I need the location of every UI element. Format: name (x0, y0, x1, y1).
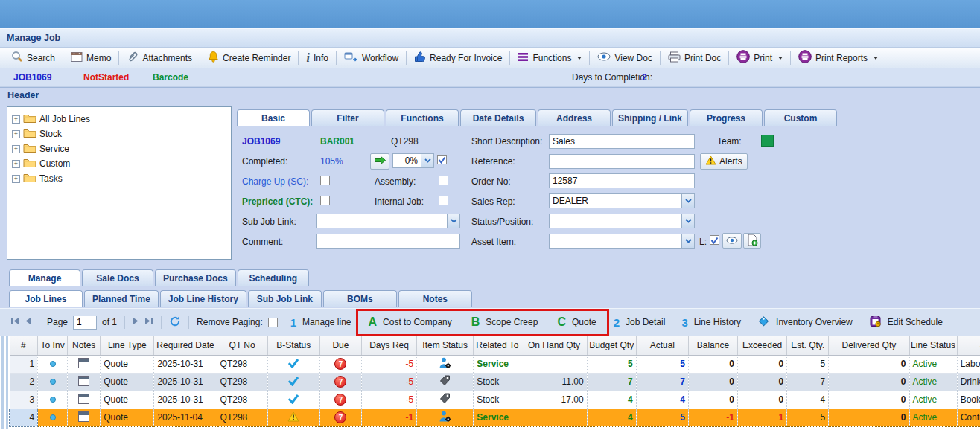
charge-up-checkbox[interactable] (320, 176, 330, 185)
chevron-down-icon[interactable] (421, 154, 433, 167)
col-header-delivered-qty[interactable]: Delivered Qty (829, 336, 909, 355)
tree-item-tasks[interactable]: + Tasks (10, 171, 228, 186)
col-header-days-req[interactable]: Days Req (361, 336, 416, 355)
print-reports-button[interactable]: Print Reports (793, 49, 883, 67)
scope-creep-button[interactable]: B Scope Creep (471, 316, 538, 329)
col-header-balance[interactable]: Balance (688, 336, 737, 355)
col-header-line-type[interactable]: Line Type (101, 336, 154, 355)
tab-date-details[interactable]: Date Details (460, 109, 536, 126)
manage-line-button[interactable]: 1 Manage line (290, 316, 351, 329)
cost-to-company-button[interactable]: A Cost to Company (369, 316, 452, 329)
expand-icon[interactable]: + (12, 145, 20, 153)
col-header-exceeded[interactable]: Exceeded (738, 336, 787, 355)
attachments-button[interactable]: Attachments (121, 49, 197, 67)
progress-percent-select[interactable]: 0% (392, 153, 434, 168)
workflow-button[interactable]: Workflow (339, 49, 404, 67)
create-reminder-button[interactable]: Create Reminder (203, 49, 296, 67)
last-page-button[interactable] (144, 317, 153, 327)
notes-icon[interactable] (78, 411, 89, 422)
tab-filter[interactable]: Filter (311, 109, 384, 126)
tab-sale-docs[interactable]: Sale Docs (82, 269, 153, 286)
col-header-related-to[interactable]: Related To (474, 336, 521, 355)
tab-scheduling[interactable]: Scheduling (238, 269, 309, 286)
tab-shipping-link[interactable]: Shipping / Link (612, 109, 688, 126)
tab-custom[interactable]: Custom (764, 109, 837, 126)
tab-manage[interactable]: Manage (9, 269, 80, 286)
expand-icon[interactable]: + (12, 175, 20, 183)
tab-notes[interactable]: Notes (398, 290, 472, 307)
col-header-b-status[interactable]: B-Status (267, 336, 319, 355)
to-inv-icon[interactable] (50, 379, 56, 385)
next-page-button[interactable] (133, 317, 139, 327)
to-inv-icon[interactable] (50, 414, 56, 420)
tab-job-lines[interactable]: Job Lines (9, 290, 83, 307)
edit-schedule-button[interactable]: Edit Schedule (869, 315, 943, 330)
tab-basic[interactable]: Basic (237, 109, 310, 126)
col-header-to-inv[interactable]: To Inv (38, 336, 68, 355)
tree-item-custom[interactable]: + Custom (10, 156, 228, 171)
tab-boms[interactable]: BOMs (323, 290, 397, 307)
alerts-button[interactable]: Alerts (700, 153, 748, 170)
table-row[interactable]: 2 Quote 2025-10-31 QT298 7 -5 Stock 11.0… (10, 373, 980, 391)
col-header-item-status[interactable]: Item Status (417, 336, 474, 355)
add-document-button[interactable] (743, 233, 761, 249)
apply-progress-button[interactable] (370, 153, 389, 170)
col-header-actual[interactable]: Actual (636, 336, 688, 355)
assembly-checkbox[interactable] (439, 176, 448, 185)
tab-job-line-history[interactable]: Job Line History (160, 290, 246, 307)
view-doc-button[interactable]: View Doc (592, 49, 657, 67)
col-header-est-qty[interactable]: Est. Qty. (787, 336, 829, 355)
refresh-icon[interactable] (169, 316, 181, 330)
tree-item-service[interactable]: + Service (10, 141, 228, 156)
tree-item-stock[interactable]: + Stock (10, 126, 228, 141)
col-header-job-l[interactable]: Job L (957, 336, 980, 355)
notes-icon[interactable] (78, 394, 89, 404)
job-detail-button[interactable]: 2 Job Detail (614, 316, 666, 329)
internal-job-checkbox[interactable] (439, 196, 448, 205)
team-color-swatch[interactable] (761, 135, 774, 147)
tab-address[interactable]: Address (538, 109, 611, 126)
tab-planned-time[interactable]: Planned Time (84, 290, 159, 307)
order-no-input[interactable] (549, 173, 695, 188)
asset-item-select[interactable] (549, 234, 695, 249)
progress-checkbox[interactable] (437, 155, 447, 164)
l-checkbox[interactable] (710, 235, 719, 245)
notes-icon[interactable] (78, 376, 89, 386)
tab-purchase-docs[interactable]: Purchase Docs (155, 269, 236, 286)
prepriced-checkbox[interactable] (320, 196, 330, 205)
line-history-button[interactable]: 3 Line History (681, 316, 741, 329)
tab-progress[interactable]: Progress (690, 109, 763, 126)
barcode-link[interactable]: Barcode (153, 72, 188, 83)
expand-icon[interactable]: + (12, 160, 20, 168)
to-inv-icon[interactable] (50, 397, 56, 403)
expand-icon[interactable]: + (12, 130, 20, 138)
first-page-button[interactable] (10, 317, 19, 327)
col-header-due[interactable]: Due (319, 336, 361, 355)
col-header-qt-no[interactable]: QT No (217, 336, 267, 355)
sub-job-link-select[interactable] (316, 214, 460, 228)
sales-rep-select[interactable]: DEALER (549, 193, 695, 208)
col-header-required-date[interactable]: Required Date (154, 336, 217, 355)
view-asset-button[interactable] (722, 233, 742, 249)
print-button[interactable]: Print (731, 49, 788, 67)
previous-page-button[interactable] (25, 317, 31, 327)
quote-button[interactable]: C Quote (557, 316, 596, 329)
notes-icon[interactable] (78, 358, 89, 368)
chevron-down-icon[interactable] (447, 214, 459, 228)
remove-paging-checkbox[interactable] (268, 318, 278, 327)
info-button[interactable]: i Info (301, 49, 333, 67)
chevron-down-icon[interactable] (681, 214, 694, 228)
reference-input[interactable] (549, 154, 695, 169)
tab-sub-job-link[interactable]: Sub Job Link (248, 290, 322, 307)
table-row-selected[interactable]: 4 Quote 2025-11-04 QT298 7 -1 Service 4 … (10, 409, 980, 426)
chevron-down-icon[interactable] (681, 194, 694, 208)
search-button[interactable]: Search (6, 49, 60, 67)
memo-button[interactable]: Memo (66, 49, 116, 67)
print-doc-button[interactable]: Print Doc (663, 49, 726, 67)
chevron-down-icon[interactable] (681, 234, 694, 248)
col-header-notes[interactable]: Notes (68, 336, 101, 355)
comment-input[interactable] (316, 234, 460, 249)
inventory-overview-button[interactable]: Inventory Overview (757, 315, 853, 330)
ready-for-invoice-button[interactable]: Ready For Invoice (409, 49, 507, 67)
tree-item-all-job-lines[interactable]: + All Job Lines (10, 112, 228, 126)
